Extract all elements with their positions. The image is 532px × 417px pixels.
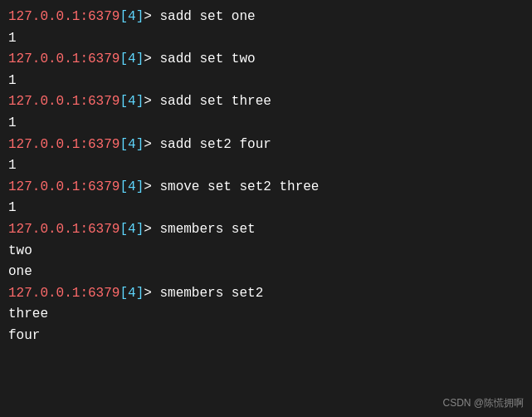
prompt-arrow: > <box>144 177 159 199</box>
command-line: 127.0.0.1:6379[4]> smembers set <box>8 219 524 241</box>
result-line: 1 <box>8 28 524 50</box>
prompt-db: [4] <box>120 219 144 241</box>
prompt-arrow: > <box>144 135 159 156</box>
prompt-host: 127.0.0.1:6379 <box>8 135 120 156</box>
command-line: 127.0.0.1:6379[4]> smembers set2 <box>8 283 524 305</box>
watermark: CSDN @陈慌拥啊 <box>442 396 524 410</box>
prompt-db: [4] <box>120 283 144 305</box>
prompt-arrow: > <box>144 219 159 241</box>
prompt-host: 127.0.0.1:6379 <box>8 219 120 241</box>
result-line: three <box>8 304 524 326</box>
result-text: 1 <box>8 198 17 219</box>
command-line: 127.0.0.1:6379[4]> smove set set2 three <box>8 177 524 199</box>
prompt-arrow: > <box>144 91 159 113</box>
prompt-host: 127.0.0.1:6379 <box>8 7 120 28</box>
command-text: smembers set2 <box>159 283 263 305</box>
command-text: sadd set two <box>159 49 255 71</box>
result-line: 1 <box>8 113 524 135</box>
prompt-db: [4] <box>120 135 144 156</box>
result-text: two <box>8 241 32 262</box>
command-line: 127.0.0.1:6379[4]> sadd set2 four <box>8 135 524 156</box>
result-line: 1 <box>8 198 524 219</box>
result-text: 1 <box>8 71 17 92</box>
terminal-window: 127.0.0.1:6379[4]> sadd set one1127.0.0.… <box>0 0 532 417</box>
result-text: four <box>8 326 40 347</box>
result-line: four <box>8 326 524 347</box>
command-text: smove set set2 three <box>159 177 319 199</box>
prompt-host: 127.0.0.1:6379 <box>8 283 120 305</box>
result-line: 1 <box>8 71 524 92</box>
command-line: 127.0.0.1:6379[4]> sadd set one <box>8 7 524 28</box>
result-text: three <box>8 304 48 326</box>
command-text: sadd set one <box>159 7 255 28</box>
command-text: sadd set2 four <box>159 135 271 156</box>
result-line: 1 <box>8 155 524 177</box>
prompt-arrow: > <box>144 283 159 305</box>
command-line: 127.0.0.1:6379[4]> sadd set two <box>8 49 524 71</box>
prompt-host: 127.0.0.1:6379 <box>8 91 120 113</box>
result-text: 1 <box>8 28 17 50</box>
result-text: one <box>8 262 32 283</box>
result-text: 1 <box>8 113 17 135</box>
prompt-arrow: > <box>144 7 159 28</box>
command-text: sadd set three <box>159 91 271 113</box>
prompt-db: [4] <box>120 91 144 113</box>
result-text: 1 <box>8 155 17 177</box>
prompt-db: [4] <box>120 177 144 199</box>
command-text: smembers set <box>159 219 255 241</box>
prompt-db: [4] <box>120 7 144 28</box>
result-line: one <box>8 262 524 283</box>
prompt-host: 127.0.0.1:6379 <box>8 177 120 199</box>
prompt-db: [4] <box>120 49 144 71</box>
prompt-host: 127.0.0.1:6379 <box>8 49 120 71</box>
prompt-arrow: > <box>144 49 159 71</box>
result-line: two <box>8 241 524 262</box>
command-line: 127.0.0.1:6379[4]> sadd set three <box>8 91 524 113</box>
